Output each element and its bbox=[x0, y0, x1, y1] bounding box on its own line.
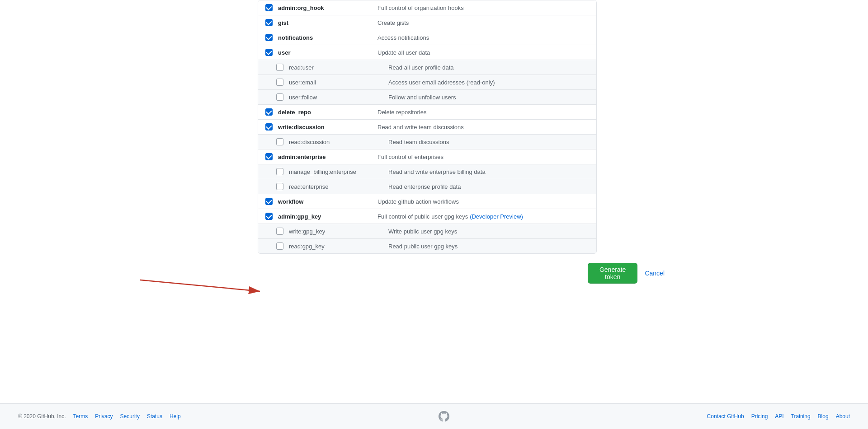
github-logo-icon bbox=[439, 411, 449, 422]
scope-row: user:emailAccess user email addresses (r… bbox=[258, 75, 596, 90]
scope-desc-workflow: Update github action workflows bbox=[377, 198, 589, 205]
scope-desc-read_discussion: Read team discussions bbox=[388, 139, 589, 145]
action-area: Generate token Cancel bbox=[258, 263, 665, 284]
scope-desc-admin_enterprise: Full control of enterprises bbox=[377, 154, 589, 160]
scope-row: admin:gpg_keyFull control of public user… bbox=[258, 209, 596, 224]
scope-name-user_email: user:email bbox=[289, 79, 388, 86]
scope-row: read:enterpriseRead enterprise profile d… bbox=[258, 179, 596, 194]
scope-row: read:discussionRead team discussions bbox=[258, 135, 596, 149]
scope-name-admin_enterprise: admin:enterprise bbox=[278, 154, 377, 160]
footer: © 2020 GitHub, Inc. Terms Privacy Securi… bbox=[0, 403, 868, 429]
scope-row: read:gpg_keyRead public user gpg keys bbox=[258, 239, 596, 253]
scope-name-write_gpg_key: write:gpg_key bbox=[289, 228, 388, 235]
scope-row: read:userRead all user profile data bbox=[258, 60, 596, 75]
footer-center bbox=[439, 411, 449, 422]
scope-desc-notifications: Access notifications bbox=[377, 34, 589, 41]
scope-name-read_user: read:user bbox=[289, 64, 388, 71]
scope-name-gist: gist bbox=[278, 19, 377, 26]
footer-link-terms[interactable]: Terms bbox=[73, 413, 88, 420]
scope-checkbox-user[interactable] bbox=[265, 49, 273, 56]
scope-row: userUpdate all user data bbox=[258, 45, 596, 60]
scope-name-notifications: notifications bbox=[278, 34, 377, 41]
cancel-link[interactable]: Cancel bbox=[645, 270, 665, 277]
scope-name-manage_billing_enterprise: manage_billing:enterprise bbox=[289, 168, 388, 175]
scope-name-user_follow: user:follow bbox=[289, 94, 388, 101]
scope-row: delete_repoDelete repositories bbox=[258, 105, 596, 120]
footer-link-privacy[interactable]: Privacy bbox=[95, 413, 113, 420]
scope-desc-admin_gpg_key: Full control of public user gpg keys(Dev… bbox=[377, 213, 589, 220]
footer-link-training[interactable]: Training bbox=[791, 413, 811, 420]
scope-checkbox-manage_billing_enterprise[interactable] bbox=[276, 168, 283, 175]
scope-desc-read_enterprise: Read enterprise profile data bbox=[388, 183, 589, 190]
scope-checkbox-read_enterprise[interactable] bbox=[276, 183, 283, 190]
scope-desc-write_discussion: Read and write team discussions bbox=[377, 124, 589, 131]
svg-line-1 bbox=[140, 280, 260, 291]
scope-name-write_discussion: write:discussion bbox=[278, 124, 377, 131]
page-wrapper: admin:org_hookFull control of organizati… bbox=[0, 0, 868, 429]
main-content: admin:org_hookFull control of organizati… bbox=[0, 0, 868, 403]
footer-left: © 2020 GitHub, Inc. Terms Privacy Securi… bbox=[18, 413, 181, 420]
scope-row: gistCreate gists bbox=[258, 15, 596, 30]
footer-link-status[interactable]: Status bbox=[147, 413, 162, 420]
scope-desc-admin_org_hook: Full control of organization hooks bbox=[377, 5, 589, 11]
footer-right: Contact GitHub Pricing API Training Blog… bbox=[707, 413, 850, 420]
footer-link-security[interactable]: Security bbox=[120, 413, 140, 420]
footer-link-help[interactable]: Help bbox=[170, 413, 181, 420]
footer-link-pricing[interactable]: Pricing bbox=[751, 413, 768, 420]
footer-link-contact[interactable]: Contact GitHub bbox=[707, 413, 744, 420]
scope-row: notificationsAccess notifications bbox=[258, 30, 596, 45]
scope-name-read_discussion: read:discussion bbox=[289, 139, 388, 145]
footer-link-api[interactable]: API bbox=[775, 413, 783, 420]
content-area: admin:org_hookFull control of organizati… bbox=[258, 0, 665, 385]
scope-desc-user: Update all user data bbox=[377, 49, 589, 56]
scope-desc-read_user: Read all user profile data bbox=[388, 64, 589, 71]
footer-link-blog[interactable]: Blog bbox=[818, 413, 829, 420]
scope-desc-write_gpg_key: Write public user gpg keys bbox=[388, 228, 589, 235]
scope-row: write:gpg_keyWrite public user gpg keys bbox=[258, 224, 596, 239]
scope-name-read_enterprise: read:enterprise bbox=[289, 183, 388, 190]
scope-name-delete_repo: delete_repo bbox=[278, 109, 377, 116]
scope-checkbox-gist[interactable] bbox=[265, 19, 273, 26]
scope-table: admin:org_hookFull control of organizati… bbox=[258, 0, 597, 254]
scope-checkbox-read_user[interactable] bbox=[276, 64, 283, 71]
scope-checkbox-read_discussion[interactable] bbox=[276, 138, 283, 145]
scope-name-workflow: workflow bbox=[278, 198, 377, 205]
scope-checkbox-user_email[interactable] bbox=[276, 79, 283, 86]
scope-checkbox-delete_repo[interactable] bbox=[265, 108, 273, 116]
scope-checkbox-workflow[interactable] bbox=[265, 198, 273, 205]
developer-preview-link[interactable]: (Developer Preview) bbox=[470, 213, 523, 220]
generate-token-button[interactable]: Generate token bbox=[588, 263, 638, 284]
scope-name-admin_org_hook: admin:org_hook bbox=[278, 5, 377, 11]
scope-row: workflowUpdate github action workflows bbox=[258, 194, 596, 209]
scope-name-read_gpg_key: read:gpg_key bbox=[289, 243, 388, 250]
scope-desc-read_gpg_key: Read public user gpg keys bbox=[388, 243, 589, 250]
scope-desc-delete_repo: Delete repositories bbox=[377, 109, 589, 116]
scope-checkbox-admin_gpg_key[interactable] bbox=[265, 213, 273, 220]
copyright-text: © 2020 GitHub, Inc. bbox=[18, 413, 66, 420]
scope-desc-user_follow: Follow and unfollow users bbox=[388, 94, 589, 101]
scope-checkbox-write_gpg_key[interactable] bbox=[276, 228, 283, 235]
scope-checkbox-admin_enterprise[interactable] bbox=[265, 153, 273, 160]
scope-name-admin_gpg_key: admin:gpg_key bbox=[278, 213, 377, 220]
scope-checkbox-write_discussion[interactable] bbox=[265, 123, 273, 131]
footer-link-about[interactable]: About bbox=[836, 413, 850, 420]
scope-desc-manage_billing_enterprise: Read and write enterprise billing data bbox=[388, 168, 589, 175]
scope-checkbox-user_follow[interactable] bbox=[276, 93, 283, 101]
scope-name-user: user bbox=[278, 49, 377, 56]
scope-desc-user_email: Access user email addresses (read-only) bbox=[388, 79, 589, 86]
scope-row: admin:enterpriseFull control of enterpri… bbox=[258, 149, 596, 164]
scope-checkbox-read_gpg_key[interactable] bbox=[276, 242, 283, 250]
scope-desc-gist: Create gists bbox=[377, 19, 589, 26]
scope-row: admin:org_hookFull control of organizati… bbox=[258, 0, 596, 15]
scope-row: manage_billing:enterpriseRead and write … bbox=[258, 164, 596, 179]
scope-checkbox-admin_org_hook[interactable] bbox=[265, 4, 273, 11]
scope-row: write:discussionRead and write team disc… bbox=[258, 120, 596, 135]
red-arrow-icon bbox=[140, 278, 267, 296]
scope-row: user:followFollow and unfollow users bbox=[258, 90, 596, 105]
scope-checkbox-notifications[interactable] bbox=[265, 34, 273, 41]
